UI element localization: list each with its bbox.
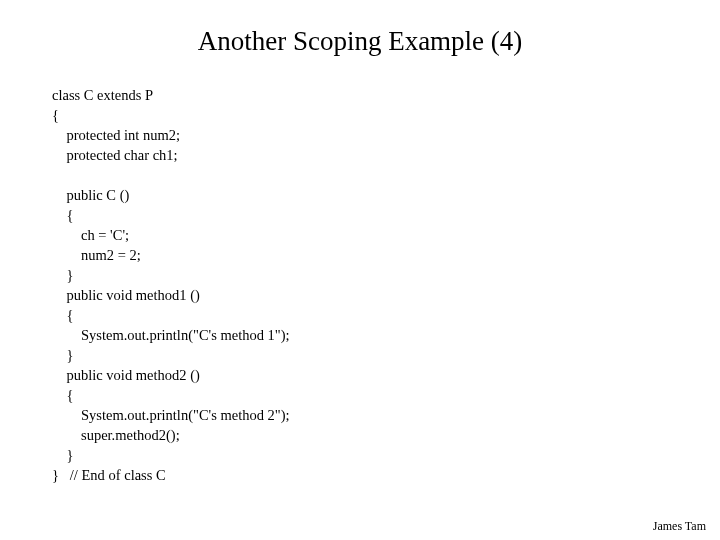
code-snippet: class C extends P { protected int num2; … (0, 85, 720, 485)
author-footer: James Tam (653, 519, 706, 534)
slide-title: Another Scoping Example (4) (0, 0, 720, 85)
